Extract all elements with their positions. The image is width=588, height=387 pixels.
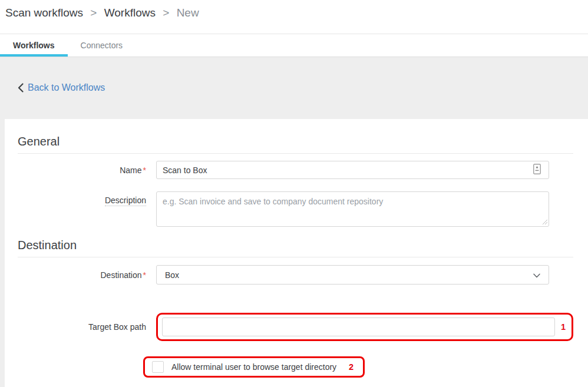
breadcrumb: Scan workflows > Workflows > New	[0, 0, 588, 34]
description-label: Description	[18, 196, 146, 227]
description-field-wrap	[156, 191, 549, 227]
name-field-wrap	[156, 161, 549, 179]
browse-directory-checkbox[interactable]	[152, 361, 164, 373]
breadcrumb-separator-icon: >	[90, 6, 97, 19]
general-section-title: General	[18, 134, 573, 148]
name-row: Name*	[18, 161, 573, 179]
back-to-workflows-link[interactable]: Back to Workflows	[18, 57, 105, 93]
target-path-row: Target Box path 1	[18, 313, 573, 341]
chevron-down-icon	[533, 270, 540, 280]
annotation-number-1: 1	[561, 322, 566, 332]
breadcrumb-separator-icon: >	[163, 6, 169, 19]
back-link-label: Back to Workflows	[28, 82, 105, 93]
tab-workflows[interactable]: Workflows	[0, 34, 68, 57]
breadcrumb-workflows[interactable]: Workflows	[104, 6, 156, 19]
destination-select-value: Box	[165, 270, 179, 280]
tab-connectors[interactable]: Connectors	[68, 34, 136, 57]
required-asterisk: *	[143, 270, 146, 280]
description-textarea[interactable]	[156, 191, 549, 227]
name-label: Name*	[18, 166, 146, 175]
tab-bar: Workflows Connectors	[0, 34, 588, 57]
name-input[interactable]	[156, 161, 549, 179]
breadcrumb-scan-workflows[interactable]: Scan workflows	[5, 6, 83, 19]
destination-select[interactable]: Box	[156, 265, 549, 285]
description-row: Description	[18, 191, 573, 227]
target-path-input[interactable]	[162, 317, 555, 336]
breadcrumb-new: New	[177, 6, 199, 19]
destination-section-title: Destination	[18, 238, 573, 252]
browse-directory-checkbox-label[interactable]: Allow terminal user to browse target dir…	[171, 362, 336, 372]
chevron-left-icon	[18, 83, 24, 92]
destination-section-divider	[18, 257, 573, 257]
page-body: Back to Workflows General Name*	[0, 57, 588, 387]
annotation-number-2: 2	[349, 362, 354, 372]
destination-label: Destination*	[18, 270, 146, 280]
general-section-divider	[18, 153, 573, 154]
annotation-box-2: Allow terminal user to browse target dir…	[143, 356, 365, 378]
destination-row: Destination* Box	[18, 265, 573, 285]
annotation-box-1: 1	[156, 313, 573, 341]
target-path-label: Target Box path	[18, 322, 146, 332]
workflow-form-card: General Name* Description	[5, 119, 588, 387]
required-asterisk: *	[143, 166, 146, 175]
